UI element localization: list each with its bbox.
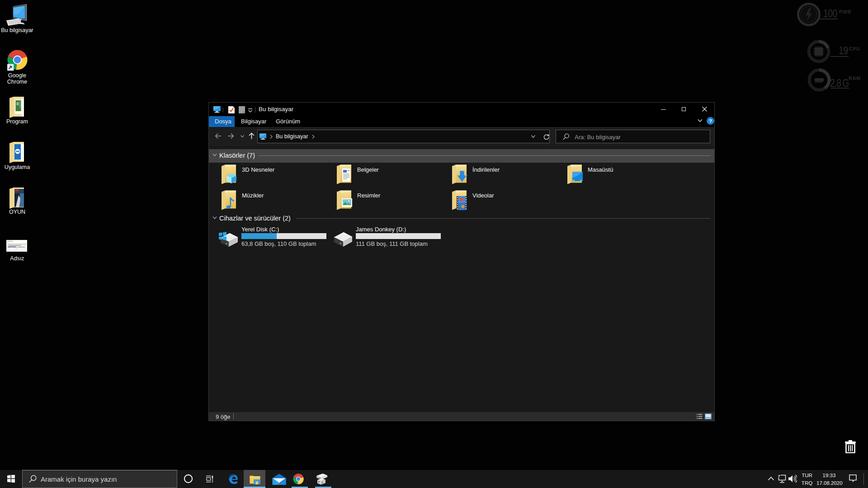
svg-text:?: ? xyxy=(709,118,712,124)
